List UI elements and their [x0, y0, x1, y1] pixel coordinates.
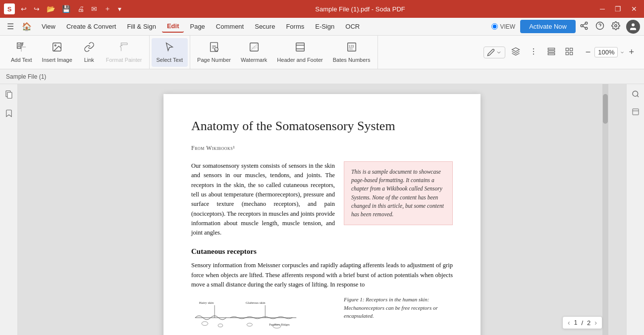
bookmarks-panel-button[interactable]: [2, 107, 15, 122]
insert-image-tool[interactable]: Insert Image: [37, 38, 77, 67]
header-footer-tool[interactable]: Header and Footer: [272, 38, 327, 67]
activate-button[interactable]: Activate Now: [520, 20, 576, 33]
svg-point-1: [581, 25, 583, 27]
rows-view-icon[interactable]: [544, 45, 559, 60]
save-button[interactable]: 💾: [60, 4, 72, 14]
format-painter-label: Format Painter: [106, 57, 142, 63]
grid-view-icon[interactable]: [562, 45, 577, 60]
zoom-control: − 100% +: [584, 46, 636, 58]
menu-ocr[interactable]: OCR: [340, 21, 365, 32]
svg-rect-54: [633, 109, 639, 115]
toolbar-group-2: Select Text: [150, 36, 191, 69]
zoom-in-button[interactable]: +: [627, 46, 636, 58]
add-button[interactable]: ＋: [102, 3, 113, 14]
pdf-figure-row: Hairy skin Glabrous skin Papillary Ridge…: [191, 295, 453, 335]
home-button[interactable]: 🏠: [18, 20, 36, 33]
zoom-dropdown-icon[interactable]: [620, 50, 625, 55]
breadcrumb-bar: Sample File (1): [0, 69, 644, 84]
left-panel: [0, 84, 18, 335]
open-button[interactable]: 📂: [45, 4, 57, 14]
svg-rect-38: [566, 52, 568, 54]
svg-point-49: [218, 324, 222, 327]
add-text-label: Add Text: [11, 57, 32, 63]
svg-point-8: [632, 23, 635, 26]
view-radio-input[interactable]: [491, 23, 498, 30]
restore-button[interactable]: ❐: [612, 4, 624, 14]
svg-point-7: [615, 25, 617, 27]
spell-check-icon[interactable]: [508, 45, 523, 60]
view-label: VIEW: [500, 23, 515, 30]
svg-text:ABC: ABC: [348, 48, 353, 50]
link-tool[interactable]: Link: [77, 38, 101, 67]
scrollbar[interactable]: [602, 84, 608, 335]
more-button[interactable]: ▾: [116, 4, 123, 14]
svg-line-53: [637, 96, 639, 97]
more-options-icon[interactable]: [526, 45, 541, 60]
page-number-tool[interactable]: # Page Number: [192, 38, 236, 67]
watermark-icon: ABC: [249, 42, 260, 55]
zoom-out-button[interactable]: −: [584, 46, 593, 58]
menu-bar: ☰ 🏠 View Create & Convert Fill & Sign Ed…: [0, 18, 644, 36]
select-text-label: Select Text: [157, 57, 183, 63]
bates-numbers-tool[interactable]: 123ABC Bates Numbers: [328, 38, 376, 67]
minimize-button[interactable]: ─: [597, 4, 608, 14]
page-number-icon: #: [209, 42, 219, 55]
menu-comment[interactable]: Comment: [211, 21, 249, 32]
pdf-main-text: Our somatosensory system consists of sen…: [191, 161, 335, 238]
link-label: Link: [84, 57, 94, 63]
pdf-title: Anatomy of the Somatosensory System: [191, 118, 453, 135]
page-separator: /: [581, 319, 583, 327]
prev-page-button[interactable]: ‹: [568, 319, 570, 327]
scrollbar-thumb[interactable]: [603, 94, 608, 124]
user-avatar[interactable]: [626, 20, 640, 34]
view-toggle[interactable]: VIEW: [491, 23, 515, 30]
page-navigation: ‹ 1 / 2 ›: [562, 316, 602, 329]
menu-forms[interactable]: Forms: [281, 21, 309, 32]
help-icon[interactable]: [592, 19, 607, 34]
current-page: 1: [574, 319, 578, 326]
print-button[interactable]: 🖨: [75, 4, 86, 14]
pdf-section-heading: Cutaneous receptors: [191, 246, 453, 257]
zoom-value[interactable]: 100%: [594, 47, 618, 57]
add-text-tool[interactable]: T Add Text: [6, 38, 37, 67]
title-bar: S ↩ ↪ 📂 💾 🖨 ✉ ＋ ▾ Sample File (1).pdf - …: [0, 0, 644, 18]
close-button[interactable]: ✕: [628, 4, 640, 14]
menu-edit[interactable]: Edit: [162, 20, 184, 33]
undo-button[interactable]: ↩: [19, 4, 29, 14]
menu-secure[interactable]: Secure: [250, 21, 280, 32]
format-painter-tool[interactable]: Format Painter: [101, 38, 147, 67]
email-button[interactable]: ✉: [89, 4, 99, 14]
total-pages: 2: [587, 319, 590, 327]
share-icon[interactable]: [577, 19, 591, 34]
menu-create-convert[interactable]: Create & Convert: [61, 21, 121, 32]
page-number-label: Page Number: [197, 57, 231, 63]
svg-rect-35: [548, 53, 555, 54]
pdf-content-area: Anatomy of the Somatosensory System From…: [18, 84, 626, 335]
window-title: Sample File (1).pdf - Soda PDF: [123, 5, 597, 13]
select-text-tool[interactable]: Select Text: [152, 38, 188, 67]
watermark-tool[interactable]: ABC Watermark: [236, 38, 272, 67]
svg-rect-9: [17, 43, 21, 48]
svg-rect-41: [7, 93, 12, 98]
redo-button[interactable]: ↪: [32, 4, 42, 14]
properties-button[interactable]: [630, 106, 642, 120]
hamburger-menu[interactable]: ☰: [4, 20, 17, 33]
menu-esign[interactable]: E-Sign: [310, 21, 339, 32]
insert-image-icon: [52, 42, 62, 55]
header-footer-icon: [295, 42, 306, 55]
pdf-aside-box: This is a sample document to showcase pa…: [344, 161, 453, 226]
svg-point-2: [585, 27, 588, 30]
menu-page[interactable]: Page: [185, 21, 210, 32]
search-button[interactable]: [630, 88, 642, 102]
pdf-figure-image: Hairy skin Glabrous skin Papillary Ridge…: [191, 295, 338, 335]
menu-view[interactable]: View: [37, 21, 60, 32]
settings-icon[interactable]: [608, 19, 623, 34]
edit-mode-button[interactable]: [483, 47, 505, 58]
svg-text:Hairy skin: Hairy skin: [199, 301, 214, 305]
bates-numbers-label: Bates Numbers: [333, 57, 371, 63]
right-toolbar-area: − 100% +: [480, 45, 640, 60]
menu-fill-sign[interactable]: Fill & Sign: [122, 21, 161, 32]
next-page-button[interactable]: ›: [594, 319, 597, 327]
svg-point-30: [533, 48, 534, 49]
pages-panel-button[interactable]: [2, 88, 15, 103]
